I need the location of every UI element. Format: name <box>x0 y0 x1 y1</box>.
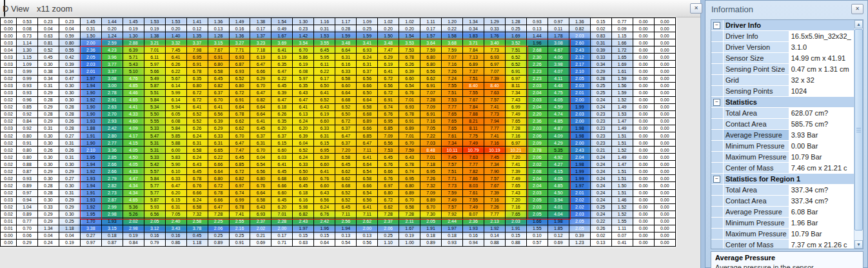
heatmap-cell: 0.00 <box>654 103 675 110</box>
heatmap-cell: 1.57 <box>420 32 442 39</box>
heatmap-cell: 0.81 <box>37 39 59 46</box>
heatmap-cell: 1.52 <box>611 147 633 154</box>
group-header[interactable]: − Driver Info <box>711 20 854 31</box>
property-name: Sensing Point Size <box>724 64 789 75</box>
property-row[interactable]: Minimum Pressure 0.00 Bar <box>711 141 854 152</box>
property-row[interactable]: Sensing Points 1024 <box>711 86 854 97</box>
property-name: Contact Area <box>724 119 789 130</box>
scrollbar-thumb[interactable] <box>854 29 863 231</box>
heatmap-cell: 0.84 <box>17 118 38 125</box>
property-row[interactable]: Sensor Size 14.99 cm x 41.91 <box>711 53 854 64</box>
property-row[interactable]: Maximum Pressure 10.79 Bar <box>711 229 854 240</box>
property-row[interactable]: Total Area 628.07 cm? <box>711 108 854 119</box>
collapse-icon[interactable]: − <box>713 176 720 183</box>
heatmap-cell: 0.29 <box>59 168 80 175</box>
property-value: 0.47 cm x 1.31 cm <box>789 64 854 75</box>
heatmap-cell: 0.03 <box>1 196 17 203</box>
property-row[interactable]: Minimum Pressure 1.96 Bar <box>711 218 854 229</box>
heatmap-cell: 0.00 <box>654 196 675 203</box>
heatmap-cell: 1.30 <box>293 18 314 25</box>
group-header[interactable]: − Statistics for Region 1 <box>711 174 854 185</box>
heatmap-cell: 0.87 <box>101 239 123 246</box>
heatmap-cell: 1.14 <box>17 39 38 46</box>
property-value: 16.5x5.9in_32x32_ <box>789 31 854 42</box>
property-row[interactable]: Maximum Pressure 10.79 Bar <box>711 152 854 163</box>
close-icon[interactable]: ✕ <box>690 3 702 14</box>
property-row[interactable]: Sensing Point Size 0.47 cm x 1.31 cm <box>711 64 854 75</box>
heatmap-cell: 2.98 <box>123 225 144 232</box>
heatmap-cell: 1.47 <box>611 161 633 168</box>
heatmap-cell: 0.13 <box>526 25 547 32</box>
property-description: Average Pressure Average pressure in the… <box>711 251 863 268</box>
heatmap-cell: 0.93 <box>17 82 38 89</box>
heatmap-cell: 1.99 <box>569 168 590 175</box>
heatmap-cell: 3.38 <box>80 225 101 232</box>
scroll-up-icon[interactable]: ▲ <box>854 20 863 28</box>
heatmap-cell: 0.27 <box>59 175 80 182</box>
heatmap-cell: 1.17 <box>335 18 357 25</box>
heatmap-cell: 0.24 <box>590 189 611 196</box>
property-row[interactable]: Total Area 337.34 cm? <box>711 185 854 196</box>
heatmap-cell: 0.04 <box>59 25 80 32</box>
property-value: 10.79 Bar <box>789 152 854 163</box>
region-2-outline[interactable] <box>80 46 528 219</box>
heatmap-cell: 0.00 <box>654 25 675 32</box>
heatmap-cell: 2.00 <box>569 118 590 125</box>
heatmap-cell: 1.53 <box>314 32 335 39</box>
heatmap-cell: 0.00 <box>654 32 675 39</box>
heatmap-cell: 0.31 <box>59 154 80 161</box>
heatmap-cell: 0.28 <box>37 110 59 118</box>
property-row[interactable]: Driver Info 16.5x5.9in_32x32_ <box>711 31 854 42</box>
collapse-icon[interactable]: − <box>713 99 720 106</box>
property-row[interactable]: Contact Area 585.75 cm? <box>711 119 854 130</box>
collapse-icon[interactable]: − <box>713 22 720 29</box>
property-row[interactable]: Average Pressure 6.08 Bar <box>711 207 854 218</box>
heatmap-cell: 0.26 <box>59 147 80 154</box>
heatmap-cell: 0.18 <box>101 232 123 239</box>
scroll-down-icon[interactable]: ▼ <box>854 240 863 249</box>
pressure-heatmap[interactable]: 0.000.530.230.231.451.441.451.531.531.41… <box>0 17 676 247</box>
heatmap-cell: 1.49 <box>611 125 633 132</box>
heatmap-cell: 1.83 <box>463 32 484 39</box>
pressure-view-pane: D View x11 zoom ✕ 0.000.530.230.231.451.… <box>0 0 701 268</box>
heatmap-cell: 0.31 <box>80 25 101 32</box>
heatmap-cell: 0.27 <box>59 132 80 139</box>
heatmap-cell: 1.24 <box>101 32 123 39</box>
heatmap-cell: 0.00 <box>633 189 654 196</box>
heatmap-cell: 0.00 <box>633 196 654 203</box>
property-name: Sensor Size <box>724 53 789 64</box>
property-grid: − Driver Info Driver Info 16.5x5.9in_32x… <box>711 19 863 249</box>
heatmap-cell: 0.28 <box>59 110 80 118</box>
property-row[interactable]: Grid 32 x 32 <box>711 75 854 86</box>
heatmap-cell: 0.25 <box>505 25 526 32</box>
property-row[interactable]: Center of Mass 7.46 cm x 21.21 c <box>711 163 854 174</box>
heatmap-cell: 0.00 <box>654 232 675 239</box>
heatmap-cell: 1.34 <box>463 18 484 25</box>
property-row[interactable]: Contact Area 337.34 cm? <box>711 196 854 207</box>
heatmap-cell: 2.00 <box>80 39 101 46</box>
heatmap-cell: 3.78 <box>186 225 208 232</box>
property-value: 10.79 Bar <box>789 229 854 240</box>
close-icon[interactable]: ✕ <box>851 4 863 14</box>
scrollbar[interactable]: ▲ ▼ <box>854 20 863 249</box>
property-row[interactable]: Average Pressure 3.93 Bar <box>711 130 854 141</box>
property-row[interactable]: Driver Version 3.1.0 <box>711 42 854 53</box>
property-row[interactable]: Center of Mass 7.37 cm x 21.26 c <box>711 240 854 250</box>
heatmap-cell: 1.52 <box>611 203 633 211</box>
heatmap-cell: 0.92 <box>17 110 38 118</box>
property-value: 14.99 cm x 41.91 <box>789 53 854 64</box>
heatmap-cell: 0.89 <box>208 239 229 246</box>
heatmap-cell: 0.39 <box>59 61 80 68</box>
heatmap-cell: 0.00 <box>654 75 675 82</box>
heatmap-cell: 1.56 <box>611 82 633 89</box>
heatmap-cell: 1.51 <box>611 132 633 139</box>
heatmap-cell: 0.30 <box>59 211 80 218</box>
heatmap-cell: 1.66 <box>611 39 633 46</box>
property-name: Grid <box>724 75 789 86</box>
heatmap-cell: 0.11 <box>547 25 569 32</box>
group-header[interactable]: − Statistics <box>711 97 854 108</box>
heatmap-cell: 3.15 <box>101 225 123 232</box>
heatmap-cell: 0.24 <box>37 239 59 246</box>
heatmap-cell: 0.24 <box>590 196 611 203</box>
heatmap-cell: 0.03 <box>1 125 17 132</box>
